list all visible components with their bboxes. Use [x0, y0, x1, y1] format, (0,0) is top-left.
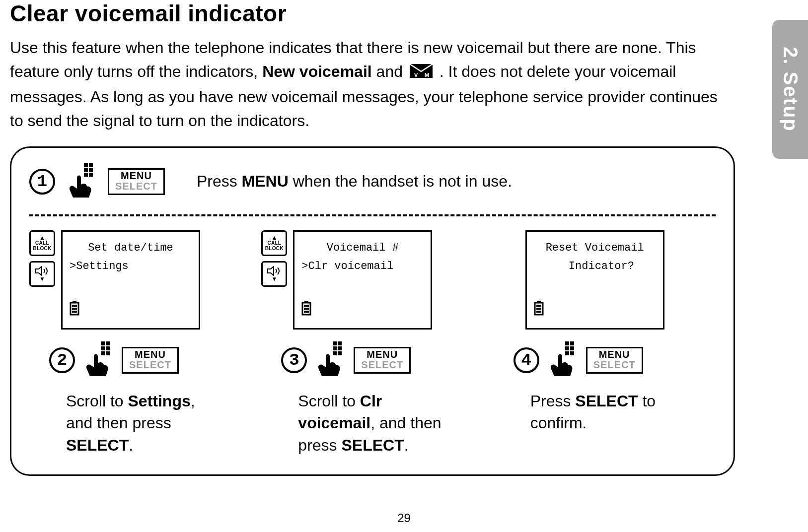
svg-rect-7	[84, 173, 88, 177]
s2c: .	[129, 436, 133, 454]
step-2-column: ▲ CALL BLOCK ▼ Set date/time >Setting	[29, 230, 251, 457]
nav-up-line1: CALL	[35, 241, 49, 246]
press-hand-icon	[548, 341, 577, 379]
nav-up-button[interactable]: ▲ CALL BLOCK	[29, 230, 55, 256]
page-title: Clear voicemail indicator	[10, 0, 798, 27]
svg-rect-12	[72, 308, 77, 310]
step-1-row: 1 MENU SELECT Press MENU when the handse…	[29, 163, 716, 200]
svg-rect-5	[84, 168, 88, 172]
svg-rect-29	[333, 351, 337, 355]
down-arrow-icon: ▼	[271, 276, 277, 282]
nav-up-line2: BLOCK	[33, 246, 51, 252]
step-3-text: Scroll to Clr voicemail, and then press …	[261, 390, 450, 457]
svg-rect-8	[89, 173, 93, 177]
svg-rect-19	[106, 351, 110, 355]
battery-icon	[70, 301, 79, 321]
menu-label: MENU	[361, 349, 403, 360]
step-2-text: Scroll to Settings, and then press SELEC…	[29, 390, 218, 457]
battery-icon	[534, 301, 544, 321]
svg-rect-35	[536, 311, 541, 313]
select-label: SELECT	[593, 360, 636, 370]
svg-rect-22	[304, 305, 309, 307]
step-3-action-row: 3 MENU SELECT	[261, 341, 411, 379]
s2b2: SELECT	[66, 436, 129, 454]
menu-select-button[interactable]: MENU SELECT	[586, 347, 643, 374]
menu-label: MENU	[129, 349, 171, 360]
press-hand-icon	[67, 163, 96, 200]
menu-label: MENU	[115, 171, 157, 181]
select-label: SELECT	[361, 360, 403, 370]
svg-text:V: V	[414, 72, 418, 78]
phone-screen-3: Voicemail # >Clr voicemail	[293, 230, 432, 330]
step-4-text: Press SELECT to confirm.	[494, 390, 682, 435]
s3c: .	[404, 436, 409, 454]
svg-rect-11	[72, 305, 77, 307]
voicemail-envelope-icon: V M	[409, 61, 433, 85]
svg-rect-39	[570, 346, 574, 350]
menu-select-button[interactable]: MENU SELECT	[108, 168, 165, 195]
step1-text-bold: MENU	[242, 172, 289, 190]
steps-grid: ▲ CALL BLOCK ▼ Set date/time >Setting	[29, 230, 716, 457]
select-label: SELECT	[115, 181, 157, 192]
battery-icon	[301, 301, 311, 321]
svg-rect-4	[89, 163, 93, 167]
step-4-column: Reset Voicemail Indicator? 4 MENU SELECT	[494, 230, 716, 457]
step-number-3: 3	[281, 347, 307, 373]
svg-rect-14	[101, 341, 105, 345]
step1-text-a: Press	[197, 172, 242, 190]
s4a: Press	[530, 392, 576, 410]
step-3-column: ▲ CALL BLOCK ▼ Voicemail # >Clr voicemai…	[261, 230, 483, 457]
section-tab: 2. Setup	[772, 20, 808, 159]
step-1-text: Press MENU when the handset is not in us…	[197, 172, 512, 191]
phone-screen-4: Reset Voicemail Indicator?	[525, 230, 664, 330]
screen2-line2: >Settings	[70, 258, 192, 274]
press-hand-icon	[84, 341, 113, 379]
svg-rect-17	[106, 346, 110, 350]
svg-rect-28	[338, 346, 342, 350]
speaker-icon	[267, 266, 282, 276]
speaker-icon	[35, 266, 50, 276]
nav-up-line1: CALL	[267, 241, 281, 246]
svg-rect-13	[72, 311, 77, 313]
section-tab-label: 2. Setup	[779, 47, 802, 132]
svg-rect-6	[89, 168, 93, 172]
step1-text-b: when the handset is not in use.	[293, 172, 512, 190]
svg-rect-41	[570, 351, 574, 355]
s3a: Scroll to	[298, 392, 360, 410]
s2a: Scroll to	[66, 392, 128, 410]
nav-buttons: ▲ CALL BLOCK ▼	[261, 230, 287, 287]
down-arrow-icon: ▼	[39, 276, 45, 282]
nav-down-button[interactable]: ▼	[29, 261, 55, 287]
step-2-screen-row: ▲ CALL BLOCK ▼ Set date/time >Setting	[29, 230, 200, 330]
nav-up-button[interactable]: ▲ CALL BLOCK	[261, 230, 287, 256]
svg-rect-36	[565, 341, 569, 345]
svg-rect-15	[106, 341, 110, 345]
svg-rect-30	[338, 351, 342, 355]
s4b1: SELECT	[575, 392, 638, 410]
svg-rect-37	[570, 341, 574, 345]
step-number-1: 1	[29, 169, 55, 195]
select-label: SELECT	[129, 360, 171, 370]
svg-rect-24	[304, 311, 309, 313]
menu-label: MENU	[593, 349, 636, 360]
screen3-line1: Voicemail #	[301, 240, 424, 256]
s3b2: SELECT	[341, 436, 404, 454]
svg-rect-40	[565, 351, 569, 355]
screen4-line1: Reset Voicemail	[534, 240, 656, 256]
screen2-line1: Set date/time	[70, 240, 192, 256]
step-number-4: 4	[514, 347, 539, 373]
svg-rect-25	[333, 341, 337, 345]
svg-rect-18	[101, 351, 105, 355]
svg-rect-34	[536, 308, 541, 310]
svg-rect-38	[565, 346, 569, 350]
intro-paragraph: Use this feature when the telephone indi…	[10, 36, 730, 133]
screen3-line2: >Clr voicemail	[301, 258, 424, 274]
svg-text:M: M	[425, 72, 429, 78]
menu-select-button[interactable]: MENU SELECT	[122, 347, 179, 374]
svg-rect-27	[333, 346, 337, 350]
step-2-action-row: 2 MENU SELECT	[29, 341, 179, 379]
nav-down-button[interactable]: ▼	[261, 261, 287, 287]
screen4-line2: Indicator?	[534, 258, 656, 274]
step-4-action-row: 4 MENU SELECT	[494, 341, 643, 379]
menu-select-button[interactable]: MENU SELECT	[354, 347, 411, 374]
